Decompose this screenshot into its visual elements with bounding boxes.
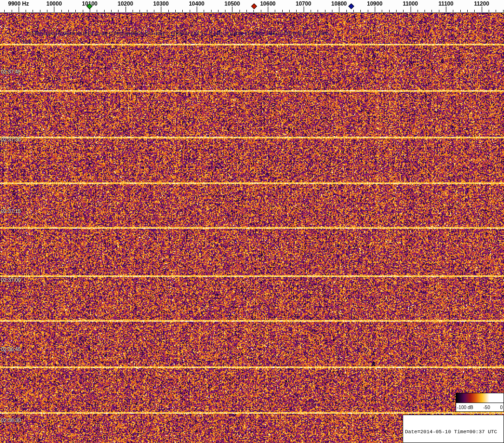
time-axis-label: 02:37:00	[1, 277, 21, 283]
time-axis-label: 02:36:30	[1, 417, 21, 423]
spectrogram-canvas[interactable]	[0, 13, 504, 443]
time-axis-label: 02:37:30	[1, 137, 21, 142]
info-date-line: Date=2014-05-10 Time=00:37 UTC	[405, 429, 502, 435]
time-axis-label: 02:37:45	[1, 69, 21, 74]
legend-max-label: 0	[500, 405, 503, 410]
legend-min-label: -100 dB	[457, 405, 473, 410]
frequency-ruler	[0, 0, 504, 13]
legend-labels: -100 dB -50 0	[456, 403, 504, 412]
time-axis-label: 02:37:15	[1, 208, 21, 214]
intensity-gradient-bar	[456, 393, 504, 403]
intensity-legend: -100 dB -50 0	[456, 393, 504, 412]
spectrogram-area: 20140510003750948 hCnt14 nb-82 f10601 hi…	[0, 13, 504, 443]
trigger-marker-label: ^tr50	[20, 39, 32, 45]
legend-mid-label: -50	[484, 405, 490, 410]
meteor-spectrogram-app: 20140510003750948 hCnt14 nb-82 f10601 hi…	[0, 0, 504, 443]
detection-info-text: 20140510003750948 hCnt14 nb-82 f10601 hi…	[26, 31, 328, 36]
time-axis-label: 02:36:45	[1, 346, 21, 352]
observation-info-box: Date=2014-05-10 Time=00:37 UTC Freq=143 …	[403, 415, 504, 443]
